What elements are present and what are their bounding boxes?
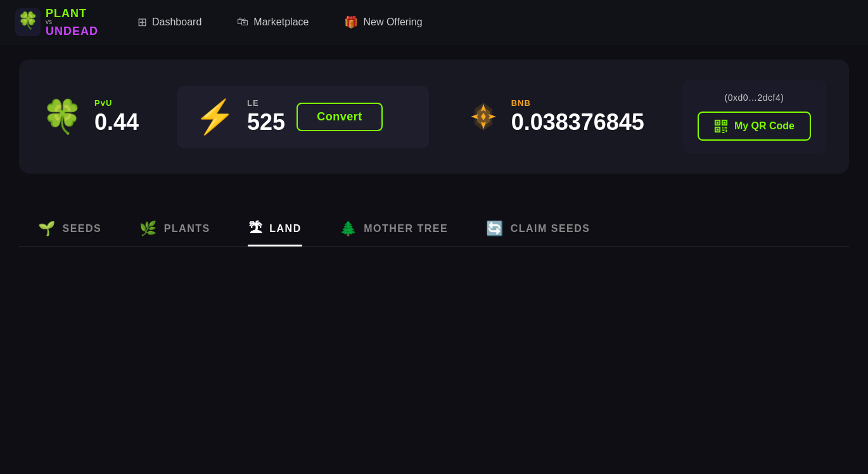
pvu-block: 🍀 PvU 0.44 xyxy=(42,98,139,136)
land-icon: 🏝 xyxy=(248,222,264,236)
svg-rect-16 xyxy=(724,127,727,129)
logo-undead-text: UNDEAD xyxy=(46,25,98,37)
clover-icon: 🍀 xyxy=(42,100,83,133)
tab-land-label: LAND xyxy=(269,223,301,234)
nav-item-new-offering[interactable]: 🎁 New Offering xyxy=(338,11,428,33)
logo-vs-text: vs xyxy=(46,19,98,25)
bnb-block: BNB 0.038376845 xyxy=(467,98,644,136)
wallet-card: 🍀 PvU 0.44 ⚡ LE 525 Convert xyxy=(19,60,849,174)
pvu-label: PvU xyxy=(94,98,139,108)
tab-seeds-label: SEEDS xyxy=(63,223,102,234)
bolt-icon: ⚡ xyxy=(195,100,236,133)
qr-code-button[interactable]: My QR Code xyxy=(698,112,811,141)
qr-label: My QR Code xyxy=(734,120,795,132)
claim-seeds-icon: 🔄 xyxy=(486,222,504,236)
nav-item-dashboard[interactable]: ⊞ Dashboard xyxy=(131,11,208,33)
le-info: LE 525 xyxy=(247,98,285,136)
navbar: 🍀 PLANT vs UNDEAD ⊞ Dashboard 🛍 Marketpl… xyxy=(0,0,868,44)
mother-tree-icon: 🌲 xyxy=(340,222,358,236)
dashboard-icon: ⊞ xyxy=(137,15,147,29)
pvu-value: 0.44 xyxy=(94,109,139,136)
svg-rect-15 xyxy=(722,127,724,129)
svg-rect-18 xyxy=(725,130,727,132)
nav-item-marketplace[interactable]: 🛍 Marketplace xyxy=(231,11,315,32)
qr-block: (0xd0…2dcf4) My QR Code xyxy=(682,80,826,153)
tab-claim-seeds[interactable]: 🔄 CLAIM SEEDS xyxy=(467,214,609,246)
svg-text:🍀: 🍀 xyxy=(18,10,39,30)
le-label: LE xyxy=(247,98,285,108)
svg-rect-10 xyxy=(717,122,719,124)
tab-land[interactable]: 🏝 LAND xyxy=(229,214,321,246)
svg-rect-14 xyxy=(717,129,719,131)
nav-marketplace-label: Marketplace xyxy=(253,16,309,28)
logo-plant-text: PLANT xyxy=(46,8,98,19)
tab-seeds[interactable]: 🌱 SEEDS xyxy=(19,214,120,246)
plants-icon: 🌿 xyxy=(139,222,158,236)
bnb-label: BNB xyxy=(511,98,644,108)
pvu-info: PvU 0.44 xyxy=(94,98,139,136)
tab-mother-tree[interactable]: 🌲 MOTHER TREE xyxy=(321,214,467,246)
le-value: 525 xyxy=(247,109,285,136)
nav-new-offering-label: New Offering xyxy=(363,16,422,28)
bnb-info: BNB 0.038376845 xyxy=(511,98,644,136)
convert-button[interactable]: Convert xyxy=(297,103,383,131)
svg-rect-17 xyxy=(722,130,725,131)
le-block: ⚡ LE 525 Convert xyxy=(177,86,429,148)
main-content: 🍀 PvU 0.44 ⚡ LE 525 Convert xyxy=(0,44,868,189)
marketplace-icon: 🛍 xyxy=(237,15,248,29)
tabs-list: 🌱 SEEDS 🌿 PLANTS 🏝 LAND 🌲 MOTHER TREE 🔄 … xyxy=(19,214,849,247)
seeds-icon: 🌱 xyxy=(38,222,56,236)
gift-icon: 🎁 xyxy=(344,15,358,29)
tab-claim-seeds-label: CLAIM SEEDS xyxy=(511,223,590,234)
tab-plants[interactable]: 🌿 PLANTS xyxy=(120,214,229,246)
bnb-icon xyxy=(467,100,500,133)
bnb-value: 0.038376845 xyxy=(511,109,644,136)
tab-plants-label: PLANTS xyxy=(164,223,210,234)
nav-dashboard-label: Dashboard xyxy=(152,16,201,28)
qr-icon xyxy=(714,119,728,133)
tab-mother-tree-label: MOTHER TREE xyxy=(364,223,448,234)
tabs-section: 🌱 SEEDS 🌿 PLANTS 🏝 LAND 🌲 MOTHER TREE 🔄 … xyxy=(0,189,868,247)
logo: 🍀 PLANT vs UNDEAD xyxy=(15,8,98,37)
wallet-address: (0xd0…2dcf4) xyxy=(724,93,784,103)
svg-rect-19 xyxy=(722,132,725,133)
svg-rect-12 xyxy=(724,122,726,124)
